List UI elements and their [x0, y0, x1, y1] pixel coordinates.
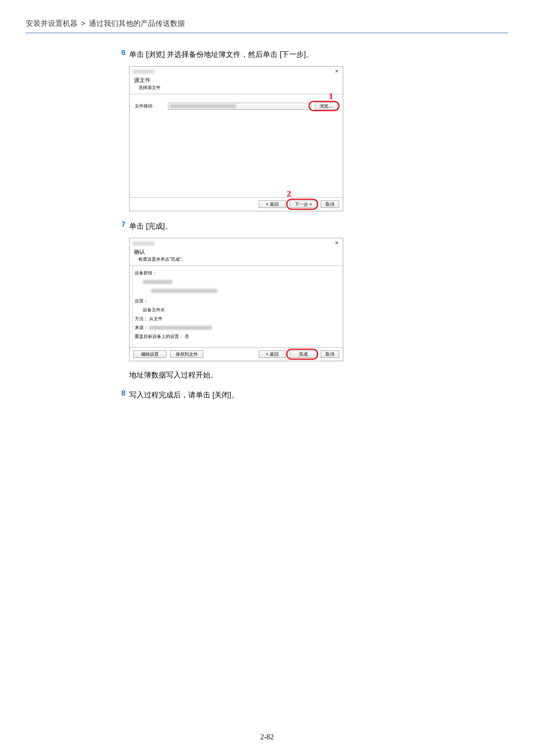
close-icon[interactable]: × [334, 68, 340, 75]
dialog-heading: 源文件 [134, 77, 338, 84]
breadcrumb: 安装并设置机器 > 通过我们其他的产品传送数据 [26, 18, 508, 32]
dialog-body: 文件路径: 浏览… 1 2 [130, 94, 343, 197]
label-devgroup: 设备群组： [135, 270, 157, 276]
filepath-row: 文件路径: 浏览… [135, 102, 338, 110]
step-text: 写入过程完成后，请单击 [关闭]。 [129, 389, 391, 401]
breadcrumb-sep: > [80, 19, 87, 27]
breadcrumb-part2: 通过我们其他的产品传送数据 [89, 19, 185, 27]
dialog-titlebar: × [130, 238, 343, 247]
edit-settings-button[interactable]: 编辑设置 [133, 350, 166, 358]
browse-button[interactable]: 浏览… [315, 102, 338, 110]
back-button[interactable]: < 返回 [259, 350, 286, 358]
back-button[interactable]: < 返回 [259, 201, 286, 208]
close-icon[interactable]: × [334, 240, 340, 246]
breadcrumb-part1: 安装并设置机器 [26, 19, 77, 27]
step-6: 6 单击 [浏览] 并选择备份地址簿文件，然后单击 [下一步]。 [118, 48, 391, 60]
dialog-subheading: 选择源文件 [134, 84, 338, 91]
filepath-label: 文件路径: [135, 103, 164, 109]
dialog-source-file: × 源文件 选择源文件 文件路径: 浏览… 1 2 < 返回 [129, 66, 343, 211]
dialog-header: 确认 检查设置并单击"完成"。 [130, 247, 343, 266]
info-devgroup-value [135, 278, 343, 285]
value-blurred [149, 326, 212, 330]
info-source: 来源： [135, 324, 343, 331]
info-settings-value: 设备文件夹 [135, 307, 343, 313]
dialog-footer: 编辑设置 保存到文件 < 返回 完成 取消 [130, 347, 343, 361]
dialog-confirm: × 确认 检查设置并单击"完成"。 设备群组： [129, 238, 343, 361]
page-number: 2-82 [0, 733, 534, 741]
dialog-subheading: 检查设置并单击"完成"。 [134, 256, 338, 263]
dialog-title-blurred [132, 241, 155, 246]
label-method: 方法： [135, 316, 148, 321]
cancel-button[interactable]: 取消 [321, 350, 339, 358]
info-method: 方法： 从文件 [135, 315, 343, 322]
step-8: 8 写入过程完成后，请单击 [关闭]。 [118, 389, 391, 401]
filepath-input[interactable] [168, 103, 311, 110]
dialog-footer: < 返回 下一步 > 取消 [130, 197, 343, 211]
value-settings: 设备文件夹 [143, 307, 165, 312]
step-number: 7 [118, 220, 129, 232]
dialog-body: 设备群组： 设置： 设备文件夹 方法： [130, 266, 343, 347]
step-7-subtext: 地址簿数据写入过程开始。 [129, 370, 391, 380]
step-7: 7 单击 [完成]。 [118, 220, 391, 232]
step-text: 单击 [浏览] 并选择备份地址簿文件，然后单击 [下一步]。 [129, 48, 391, 60]
dialog-title-blurred [132, 69, 155, 74]
header-rule [26, 32, 508, 34]
label-overwrite: 覆盖目标设备上的设置： [135, 334, 183, 339]
finish-button[interactable]: 完成 [290, 350, 317, 358]
label-source: 来源： [135, 325, 148, 330]
dialog-titlebar: × [130, 66, 343, 75]
value-overwrite: 否 [185, 334, 189, 339]
step-number: 6 [118, 48, 129, 60]
cancel-button[interactable]: 取消 [321, 201, 339, 208]
info-settings: 设置： [135, 298, 343, 304]
info-devgroup: 设备群组： [135, 270, 343, 276]
save-to-file-button[interactable]: 保存到文件 [170, 350, 203, 358]
value-blurred [143, 280, 172, 284]
info-devgroup-value2 [135, 287, 343, 294]
step-number: 8 [118, 389, 129, 401]
dialog-heading: 确认 [134, 249, 338, 256]
label-settings: 设置： [135, 298, 148, 304]
step-text: 单击 [完成]。 [129, 220, 391, 232]
info-overwrite: 覆盖目标设备上的设置： 否 [135, 333, 343, 340]
value-blurred [151, 289, 217, 293]
dialog-header: 源文件 选择源文件 [130, 75, 343, 94]
filepath-value-blurred [170, 104, 236, 108]
vertical-separator [132, 266, 133, 347]
value-method: 从文件 [149, 316, 162, 321]
next-button[interactable]: 下一步 > [290, 201, 317, 208]
